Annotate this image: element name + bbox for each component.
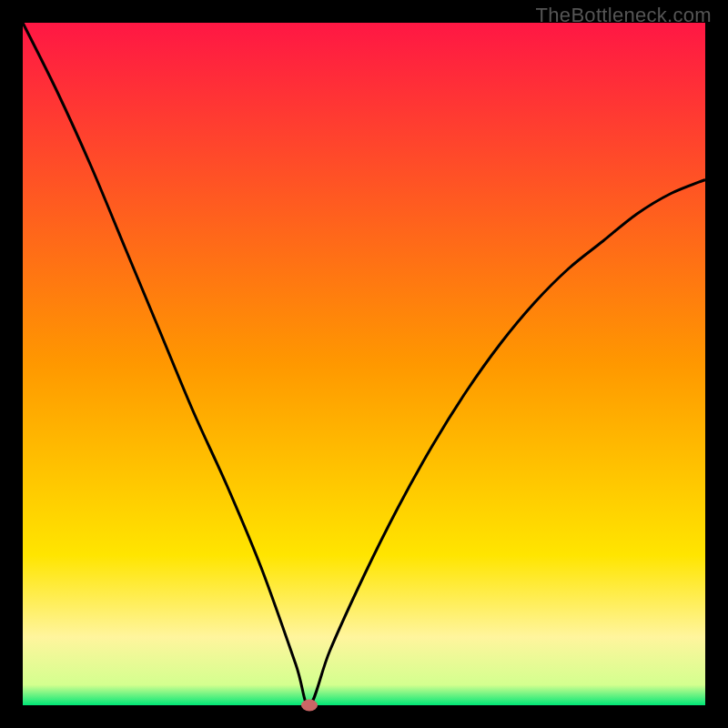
chart-container: TheBottleneck.com: [0, 0, 728, 728]
bottleneck-curve-chart: [0, 0, 728, 728]
watermark-text: TheBottleneck.com: [536, 4, 712, 27]
optimum-point-marker: [301, 700, 318, 712]
plot-background: [23, 23, 705, 705]
